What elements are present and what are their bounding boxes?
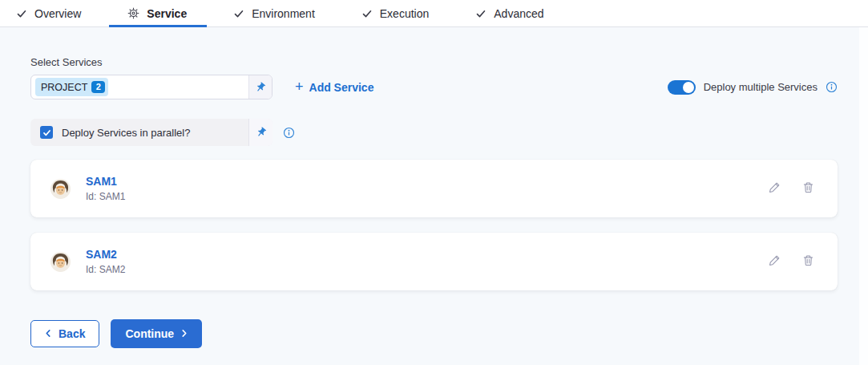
back-button-label: Back	[59, 327, 85, 340]
wizard-footer: Back Continue	[30, 319, 838, 348]
continue-button-label: Continue	[125, 327, 174, 340]
edit-service-button[interactable]	[768, 180, 781, 197]
edit-service-button[interactable]	[768, 253, 781, 270]
service-name-link[interactable]: SAM2	[86, 248, 125, 261]
chevron-right-icon	[181, 327, 188, 340]
service-id: Id: SAM2	[86, 264, 125, 275]
tab-label: Advanced	[494, 7, 543, 20]
tab-label: Environment	[252, 7, 315, 20]
tab-execution[interactable]: Execution	[361, 0, 429, 26]
project-tag[interactable]: PROJECT 2	[35, 78, 108, 96]
pin-runtime-input-button[interactable]	[248, 119, 273, 146]
tab-service[interactable]: Service	[127, 0, 187, 26]
parallel-checkbox-click-area[interactable]: Deploy Services in parallel?	[30, 119, 248, 146]
edit-icon	[768, 180, 781, 197]
service-avatar	[50, 178, 71, 200]
delete-service-button[interactable]	[801, 253, 815, 270]
trash-icon	[801, 253, 815, 270]
plus-icon: +	[295, 79, 304, 94]
deploy-multiple-toggle[interactable]	[668, 80, 696, 95]
check-icon	[16, 8, 27, 19]
wizard-tabbar: Overview Service Environment Execution A…	[0, 0, 868, 27]
check-icon	[361, 8, 373, 19]
tab-advanced[interactable]: Advanced	[475, 0, 543, 26]
select-services-input[interactable]: PROJECT 2	[30, 75, 273, 99]
back-button[interactable]: Back	[30, 320, 99, 347]
deploy-multiple-label: Deploy multiple Services	[704, 81, 818, 93]
service-card-text: SAM1 Id: SAM1	[86, 175, 125, 201]
service-step-content: Select Services PROJECT 2 + Add Service	[0, 56, 868, 348]
service-card-actions	[768, 180, 815, 197]
service-card: SAM1 Id: SAM1	[30, 160, 838, 217]
tab-overview[interactable]: Overview	[16, 0, 81, 26]
edit-icon	[768, 253, 781, 270]
check-icon	[233, 8, 244, 19]
tab-label: Overview	[34, 7, 81, 20]
select-services-label: Select Services	[30, 56, 838, 68]
chevron-left-icon	[45, 327, 51, 340]
tab-label: Service	[147, 7, 187, 20]
service-name-link[interactable]: SAM1	[86, 175, 125, 188]
info-icon[interactable]	[826, 81, 838, 93]
parallel-checkbox-row: Deploy Services in parallel?	[30, 119, 838, 146]
continue-button[interactable]: Continue	[111, 319, 202, 348]
service-card-list: SAM1 Id: SAM1	[30, 160, 838, 290]
project-tag-label: PROJECT	[41, 82, 87, 93]
service-card-actions	[768, 253, 815, 270]
trash-icon	[801, 180, 815, 197]
parallel-checkbox-field: Deploy Services in parallel?	[30, 119, 273, 146]
pin-icon	[252, 79, 268, 95]
gear-icon	[127, 7, 139, 19]
deploy-multiple-toggle-group: Deploy multiple Services	[668, 80, 838, 95]
select-services-row: PROJECT 2 + Add Service Deploy multiple …	[30, 75, 838, 99]
parallel-checkbox[interactable]	[40, 126, 53, 139]
project-tag-count-badge: 2	[91, 81, 105, 93]
service-avatar	[50, 251, 71, 273]
check-icon	[475, 8, 486, 19]
pin-runtime-input-button[interactable]	[248, 75, 272, 99]
service-card-text: SAM2 Id: SAM2	[86, 248, 125, 274]
service-id: Id: SAM1	[86, 191, 125, 202]
toggle-knob	[683, 82, 694, 93]
tab-environment[interactable]: Environment	[233, 0, 315, 26]
add-service-label: Add Service	[309, 81, 374, 94]
pin-icon	[253, 124, 269, 140]
info-icon[interactable]	[283, 127, 295, 139]
tab-label: Execution	[380, 7, 429, 20]
add-service-button[interactable]: + Add Service	[295, 81, 373, 94]
parallel-checkbox-label: Deploy Services in parallel?	[62, 127, 190, 139]
service-card: SAM2 Id: SAM2	[30, 233, 838, 290]
delete-service-button[interactable]	[801, 180, 815, 197]
select-services-input-area[interactable]: PROJECT 2	[31, 75, 248, 99]
